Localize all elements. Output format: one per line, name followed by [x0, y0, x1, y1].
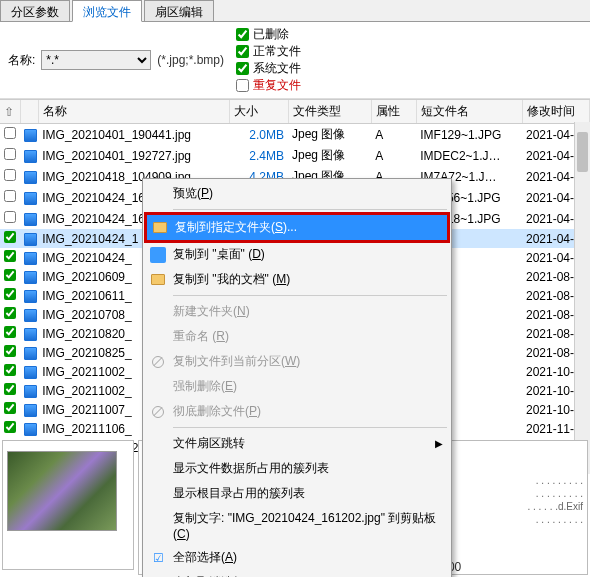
menu-item[interactable]: 文件扇区跳转▶ [145, 431, 449, 456]
submenu-arrow-icon: ▶ [435, 438, 443, 449]
cell-name: IMG_20210401_192727.jpg [38, 145, 229, 166]
menu-item[interactable]: 显示文件数据所占用的簇列表 [145, 456, 449, 481]
preview-thumbnail [7, 451, 117, 531]
file-icon [24, 366, 37, 379]
filter-0[interactable]: 已删除 [236, 26, 301, 43]
menu-item[interactable]: 全部取消选择(U) [145, 570, 449, 577]
row-checkbox[interactable] [4, 190, 16, 202]
table-row[interactable]: IMG_20210401_190441.jpg2.0MBJpeg 图像AIMF1… [0, 124, 590, 146]
filter-checkbox[interactable] [236, 79, 249, 92]
col-name[interactable]: 名称 [38, 100, 229, 124]
row-checkbox[interactable] [4, 421, 16, 433]
filter-3[interactable]: 重复文件 [236, 77, 301, 94]
cell-short: IMF129~1.JPG [416, 124, 522, 146]
filter-checkbox[interactable] [236, 28, 249, 41]
file-icon [24, 309, 37, 322]
row-checkbox[interactable] [4, 402, 16, 414]
col-date[interactable]: 修改时间 [522, 100, 590, 124]
file-icon [24, 404, 37, 417]
file-icon [24, 328, 37, 341]
cell-attr: A [371, 124, 416, 146]
row-checkbox[interactable] [4, 345, 16, 357]
menu-item: 彻底删除文件(P) [145, 399, 449, 424]
menu-item[interactable]: 显示根目录占用的簇列表 [145, 481, 449, 506]
col-short[interactable]: 短文件名 [416, 100, 522, 124]
menu-item[interactable]: ☑全部选择(A) [145, 545, 449, 570]
menu-label: 复制到 "我的文档" (M) [173, 271, 290, 288]
menu-item[interactable]: 复制文字: "IMG_20210424_161202.jpg" 到剪贴板(C) [145, 506, 449, 545]
cell-name: IMG_20210401_190441.jpg [38, 124, 229, 146]
vertical-scrollbar[interactable] [574, 122, 590, 474]
disabled-icon [150, 354, 166, 370]
folder-icon [150, 272, 166, 288]
row-checkbox[interactable] [4, 326, 16, 338]
file-icon [24, 171, 37, 184]
col-checkbox[interactable]: ⇧ [0, 100, 20, 124]
tab-bar: 分区参数 浏览文件 扇区编辑 [0, 0, 590, 22]
menu-item[interactable]: 复制到指定文件夹(S)... [144, 212, 450, 243]
col-attr[interactable]: 属性 [371, 100, 416, 124]
menu-item[interactable]: 预览(P) [145, 181, 449, 206]
file-icon [24, 271, 37, 284]
table-row[interactable]: IMG_20210401_192727.jpg2.4MBJpeg 图像AIMDE… [0, 145, 590, 166]
cell-type: Jpeg 图像 [288, 145, 371, 166]
context-menu: 预览(P)复制到指定文件夹(S)...复制到 "桌面" (D)复制到 "我的文档… [142, 178, 452, 577]
menu-item[interactable]: 复制到 "桌面" (D) [145, 242, 449, 267]
menu-label: 全部选择(A) [173, 549, 237, 566]
file-icon [24, 252, 37, 265]
folder-icon [152, 220, 168, 236]
extension-hint: (*.jpg;*.bmp) [157, 53, 224, 67]
menu-label: 彻底删除文件(P) [173, 403, 261, 420]
desktop-icon [150, 247, 166, 263]
filter-checkbox[interactable] [236, 62, 249, 75]
name-pattern-select[interactable]: *.* [41, 50, 151, 70]
col-type[interactable]: 文件类型 [288, 100, 371, 124]
menu-item: 重命名 (R) [145, 324, 449, 349]
row-checkbox[interactable] [4, 127, 16, 139]
cell-size: 2.0MB [230, 124, 289, 146]
tab-browse-files[interactable]: 浏览文件 [72, 0, 142, 22]
menu-item: 复制文件到当前分区(W) [145, 349, 449, 374]
menu-item: 新建文件夹(N) [145, 299, 449, 324]
row-checkbox[interactable] [4, 364, 16, 376]
menu-label: 复制文件到当前分区(W) [173, 353, 300, 370]
filter-checkbox[interactable] [236, 45, 249, 58]
file-icon [24, 233, 37, 246]
filter-label: 已删除 [253, 26, 289, 43]
filter-label: 重复文件 [253, 77, 301, 94]
cell-size: 2.4MB [230, 145, 289, 166]
row-checkbox[interactable] [4, 148, 16, 160]
filter-2[interactable]: 系统文件 [236, 60, 301, 77]
menu-label: 新建文件夹(N) [173, 303, 250, 320]
cell-attr: A [371, 145, 416, 166]
filter-bar: 名称: *.* (*.jpg;*.bmp) 已删除正常文件系统文件重复文件 [0, 22, 590, 99]
menu-item[interactable]: 复制到 "我的文档" (M) [145, 267, 449, 292]
filter-1[interactable]: 正常文件 [236, 43, 301, 60]
tab-sector-edit[interactable]: 扇区编辑 [144, 0, 214, 21]
file-icon [24, 347, 37, 360]
file-icon [24, 150, 37, 163]
cell-short: IMDEC2~1.J… [416, 145, 522, 166]
menu-item: 强制删除(E) [145, 374, 449, 399]
filter-label: 系统文件 [253, 60, 301, 77]
file-icon [24, 192, 37, 205]
row-checkbox[interactable] [4, 250, 16, 262]
thumbnail-pane [2, 440, 134, 570]
row-checkbox[interactable] [4, 231, 16, 243]
row-checkbox[interactable] [4, 211, 16, 223]
row-checkbox[interactable] [4, 288, 16, 300]
menu-label: 显示文件数据所占用的簇列表 [173, 460, 329, 477]
menu-label: 复制到 "桌面" (D) [173, 246, 265, 263]
menu-label: 预览(P) [173, 185, 213, 202]
name-label: 名称: [8, 52, 35, 69]
row-checkbox[interactable] [4, 383, 16, 395]
row-checkbox[interactable] [4, 169, 16, 181]
file-icon [24, 385, 37, 398]
row-checkbox[interactable] [4, 269, 16, 281]
menu-label: 复制文字: "IMG_20210424_161202.jpg" 到剪贴板(C) [173, 510, 443, 541]
col-size[interactable]: 大小 [230, 100, 289, 124]
menu-label: 强制删除(E) [173, 378, 237, 395]
row-checkbox[interactable] [4, 307, 16, 319]
tab-partition-params[interactable]: 分区参数 [0, 0, 70, 21]
check-icon: ☑ [150, 550, 166, 566]
